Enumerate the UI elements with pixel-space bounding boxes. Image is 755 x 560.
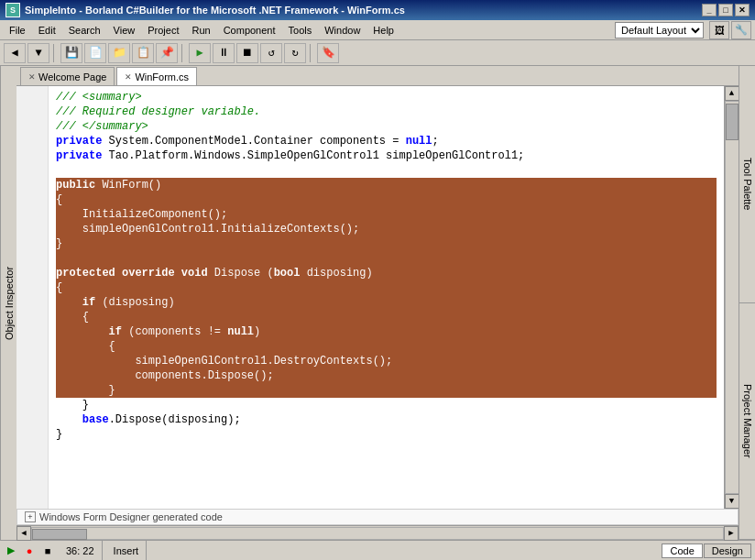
tab-welcome-page[interactable]: ✕ Welcome Page [20, 67, 115, 85]
close-icon[interactable]: ✕ [28, 72, 36, 82]
menu-file[interactable]: File [4, 23, 31, 38]
undo-button[interactable]: ↺ [260, 43, 282, 63]
code-line [56, 163, 717, 178]
stop-button[interactable]: ⏹ [236, 43, 258, 63]
nav-arrow[interactable]: ▼ [27, 43, 49, 63]
stop-button[interactable]: ● [22, 544, 37, 557]
menu-edit[interactable]: Edit [33, 23, 61, 38]
code-line: } [56, 398, 717, 412]
code-line: /// Required designer variable. [56, 104, 717, 119]
code-line: } [56, 383, 717, 398]
code-line: components.Dispose(); [56, 368, 717, 383]
object-inspector-label: Object Inspector [4, 266, 15, 339]
menu-tools[interactable]: Tools [283, 23, 318, 38]
back-button[interactable]: ◀ [4, 43, 26, 63]
pause-button[interactable]: ⏸ [213, 43, 235, 63]
design-tab[interactable]: Design [704, 544, 751, 558]
sep-3 [310, 44, 313, 62]
horizontal-scrollbar[interactable]: ◀ ▶ [16, 525, 739, 540]
open-button[interactable]: 📁 [108, 43, 130, 63]
sep-2 [181, 44, 185, 62]
object-inspector-panel[interactable]: Object Inspector [0, 66, 16, 540]
collapsed-region-label: Windows Form Designer generated code [39, 511, 223, 522]
menu-bar: File Edit Search View Project Run Compon… [0, 20, 755, 40]
main-layout: Object Inspector ✕ Welcome Page ✕ WinFor… [0, 66, 755, 540]
code-line: } [56, 236, 717, 251]
code-line: { [56, 310, 717, 324]
toolbar-icon-1[interactable]: 🖼 [709, 21, 729, 39]
code-line: InitializeComponent(); [56, 207, 717, 222]
code-content[interactable]: /// <summary> /// Required designer vari… [49, 86, 724, 509]
code-line [56, 251, 717, 266]
code-editor: /// <summary> /// Required designer vari… [16, 86, 739, 509]
code-line: if (components != null) [56, 324, 717, 339]
menu-component[interactable]: Component [218, 23, 281, 38]
close-button[interactable]: ✕ [735, 4, 750, 16]
bookmark-button[interactable]: 🔖 [317, 43, 339, 63]
code-line: base.Dispose(disposing); [56, 412, 717, 427]
toolbar-icon-2[interactable]: 🔧 [731, 21, 751, 39]
window-controls[interactable]: _ □ ✕ [702, 4, 750, 16]
menu-project[interactable]: Project [142, 23, 184, 38]
line-numbers [16, 86, 49, 509]
edit-mode: Insert [106, 541, 148, 560]
right-panel: Tool Palette Project Manager [739, 66, 755, 540]
code-line: public WinForm() [56, 178, 717, 192]
redo-button[interactable]: ↻ [284, 43, 306, 63]
scroll-right-button[interactable]: ▶ [724, 526, 739, 541]
code-line: { [56, 192, 717, 207]
tab-winform-cs[interactable]: ✕ WinForm.cs [116, 67, 197, 85]
scroll-left-button[interactable]: ◀ [16, 526, 31, 541]
code-line: simpleOpenGlControl1.DestroyContexts(); [56, 354, 717, 368]
scroll-thumb[interactable] [726, 104, 739, 140]
code-line: if (disposing) [56, 295, 717, 310]
editor-area: ✕ Welcome Page ✕ WinForm.cs /// <summary… [16, 66, 739, 540]
scroll-track[interactable] [725, 101, 739, 494]
toolbar: ◀ ▼ 💾 📄 📁 📋 📌 ▶ ⏸ ⏹ ↺ ↻ 🔖 [0, 40, 755, 66]
menu-window[interactable]: Window [319, 23, 366, 38]
tab-label: Welcome Page [38, 71, 106, 82]
square-button[interactable]: ■ [40, 544, 55, 557]
window-title: SimpleInto - Borland C#Builder for the M… [25, 5, 405, 16]
code-line: /// <summary> [56, 90, 717, 104]
close-icon[interactable]: ✕ [125, 72, 132, 82]
maximize-button[interactable]: □ [718, 4, 733, 16]
menu-view[interactable]: View [108, 23, 141, 38]
code-tab[interactable]: Code [662, 544, 702, 558]
code-line: simpleOpenGlControl1.InitializeContexts(… [56, 222, 717, 236]
code-line: /// </summary> [56, 119, 717, 134]
code-design-tabs: Code Design [662, 544, 751, 558]
vertical-scrollbar[interactable]: ▲ ▼ [724, 86, 739, 509]
copy-button[interactable]: 📋 [132, 43, 154, 63]
scroll-up-button[interactable]: ▲ [725, 86, 739, 101]
tabs-bar: ✕ Welcome Page ✕ WinForm.cs [16, 66, 739, 86]
code-line: protected override void Dispose (bool di… [56, 266, 717, 280]
menu-run[interactable]: Run [186, 23, 215, 38]
h-scroll-track[interactable] [31, 527, 724, 540]
code-line: { [56, 339, 717, 354]
project-manager-tab[interactable]: Project Manager [739, 303, 755, 541]
cursor-position: 36: 22 [59, 541, 103, 560]
menu-help[interactable]: Help [367, 23, 399, 38]
tool-palette-tab[interactable]: Tool Palette [739, 66, 755, 303]
collapsed-region: + Windows Form Designer generated code [16, 509, 739, 525]
scroll-down-button[interactable]: ▼ [725, 494, 739, 509]
menu-search[interactable]: Search [63, 23, 106, 38]
save-button[interactable]: 💾 [60, 43, 82, 63]
code-line: private Tao.Platform.Windows.SimpleOpenG… [56, 148, 717, 163]
expand-icon[interactable]: + [25, 511, 36, 522]
new-button[interactable]: 📄 [84, 43, 106, 63]
run-button[interactable]: ▶ [189, 43, 211, 63]
tab-label: WinForm.cs [135, 71, 189, 82]
status-bar: ▶ ● ■ 36: 22 Insert Code Design [0, 540, 755, 560]
code-line: { [56, 280, 717, 295]
minimize-button[interactable]: _ [702, 4, 717, 16]
app-icon: S [5, 3, 20, 17]
h-scroll-thumb[interactable] [32, 529, 87, 540]
sep-1 [53, 44, 57, 62]
layout-select[interactable]: Default Layout [615, 22, 704, 38]
code-line: } [56, 427, 717, 442]
code-line: private System.ComponentModel.Container … [56, 134, 717, 148]
paste-button[interactable]: 📌 [156, 43, 178, 63]
play-button[interactable]: ▶ [4, 544, 18, 557]
